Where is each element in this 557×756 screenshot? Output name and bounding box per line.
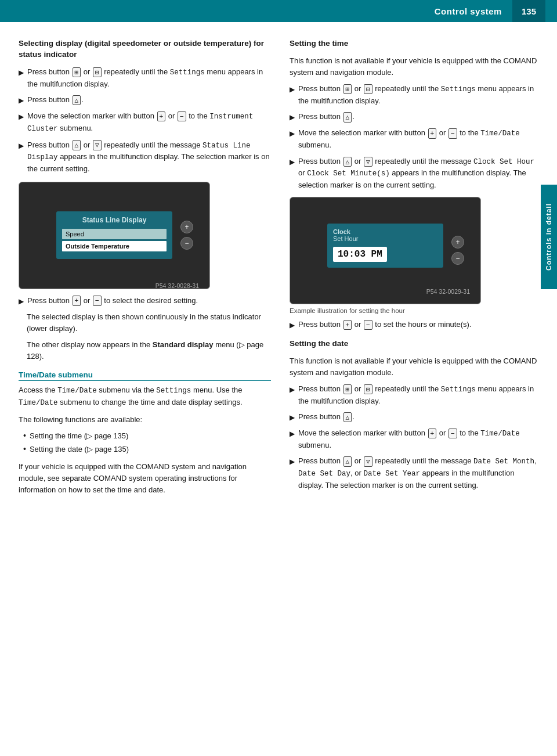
csh-time-value: 10:03 PM: [333, 247, 387, 262]
list-item: ▶ Move the selection marker with button …: [290, 127, 540, 150]
clock-set-hour-mono: Clock Set Hour: [473, 158, 534, 166]
settings-mono: Settings: [441, 85, 476, 93]
section-heading-selecting: Selecting display (digital speedometer o…: [19, 38, 271, 60]
time-date-submenu-mono: Time/Date: [480, 129, 520, 138]
header-title: Control system: [435, 6, 502, 16]
para-not-available-date: This function is not available if your v…: [290, 355, 540, 379]
dot-item-text: Setting the date (▷ page 135): [30, 444, 129, 455]
bullet-text: Press button ⊞ or ⊟ repeatedly until the…: [27, 66, 271, 89]
display-image-2: Clock Set Hour 10:03 PM + − P54 32-0029-…: [290, 197, 481, 304]
sld-plus-btn: +: [180, 221, 193, 233]
bullet-arrow-icon: ▶: [290, 84, 295, 95]
section-heading-time: Setting the time: [290, 38, 540, 49]
bullet-list-time: ▶ Press button ⊞ or ⊟ repeatedly until t…: [290, 83, 540, 191]
sld-minus-btn: −: [180, 237, 193, 250]
csh-caption: P54 32-0029-31: [298, 288, 470, 295]
bullet-arrow-icon: ▶: [290, 157, 295, 167]
list-item: ▶ Press button ⊞ or ⊟ repeatedly until t…: [19, 66, 271, 89]
settings-mono-2: Settings: [156, 387, 191, 395]
up-button-icon: △: [343, 456, 352, 466]
para-not-available-time: This function is not available if your v…: [290, 55, 540, 78]
header-bar: Control system 135: [0, 0, 557, 22]
sld-caption: P54 32-0028-31: [27, 282, 199, 289]
bullet-text: Press button △ or ▽ repeatedly until the…: [27, 139, 271, 175]
list-item: ▶ Press button + or − to select the desi…: [19, 295, 271, 307]
list-item: ▶ Press button + or − to set the hours o…: [290, 319, 540, 330]
plus-button-icon: +: [428, 429, 437, 438]
bullet-text: Move the selection marker with button + …: [298, 427, 540, 451]
bullet-text: Press button ⊞ or ⊟ repeatedly until the…: [298, 83, 540, 106]
up-button-icon: △: [73, 140, 81, 150]
settings2-button-icon: ⊟: [364, 384, 372, 394]
plus-button-icon: +: [343, 320, 352, 330]
plus-button-icon: +: [157, 111, 166, 121]
dot-list-item: • Setting the time (▷ page 135): [23, 430, 271, 442]
up-button-icon: △: [343, 412, 352, 422]
minus-button-icon: −: [93, 296, 102, 305]
up-button-icon: △: [343, 157, 352, 167]
date-set-month-mono: Date Set Month: [473, 458, 534, 466]
sld-item-speed: Speed: [62, 229, 167, 239]
minus-button-icon: −: [449, 128, 457, 138]
sld-title: Status Line Display: [62, 216, 167, 224]
date-set-year-mono: Date Set Year: [363, 470, 420, 478]
bullet-text: Press button △ or ▽ repeatedly until the…: [298, 455, 540, 491]
date-set-day-mono: Date Set Day: [298, 470, 350, 478]
bullet-arrow-icon: ▶: [19, 95, 24, 106]
bullet-arrow-icon: ▶: [290, 128, 295, 139]
plus-button-icon: +: [428, 128, 437, 138]
csh-plus-btn: +: [451, 236, 464, 249]
bullet-arrow-icon: ▶: [290, 412, 295, 423]
display-2-caption: Example illustration for setting the hou…: [290, 307, 540, 314]
section-time-date-submenu: Time/Date submenu Access the Time/Date s…: [19, 370, 271, 496]
section-setting-time: Setting the time This function is not av…: [290, 38, 540, 191]
bullet-text: Move the selection marker with button + …: [298, 127, 540, 150]
dot-item-text: Setting the time (▷ page 135): [30, 430, 128, 442]
bullet-arrow-icon: ▶: [290, 429, 295, 439]
settings2-button-icon: ⊟: [364, 84, 372, 94]
down-button-icon: ▽: [364, 157, 372, 167]
section-heading-date: Setting the date: [290, 339, 540, 350]
instrument-cluster-mono: InstrumentCluster: [27, 113, 253, 133]
bullet-text: Press button + or − to select the desire…: [27, 295, 271, 307]
bullet-text: Press button △.: [298, 411, 540, 423]
dot-bullet-icon: •: [23, 444, 26, 454]
clock-set-minute-mono: Clock Set Minute(s): [307, 170, 390, 178]
bullet-list-date: ▶ Press button ⊞ or ⊟ repeatedly until t…: [290, 383, 540, 491]
list-item: ▶ Press button △.: [19, 94, 271, 106]
bullet-arrow-icon: ▶: [19, 141, 24, 151]
list-item: ▶ Press button △ or ▽ repeatedly until t…: [290, 455, 540, 491]
bullet-arrow-icon: ▶: [290, 456, 295, 467]
dot-list-item: • Setting the date (▷ page 135): [23, 444, 271, 455]
time-date-mono: Time/Date: [57, 387, 97, 395]
bullet-text: Press button + or − to set the hours or …: [298, 319, 540, 330]
bullet-list-time-2: ▶ Press button + or − to set the hours o…: [290, 319, 540, 330]
bullet-text: Press button ⊞ or ⊟ repeatedly until the…: [298, 383, 540, 406]
bullet-text: Move the selection marker with button + …: [27, 110, 271, 135]
bullet-text: Press button △.: [27, 94, 271, 106]
display-image-1: Status Line Display Speed Outside Temper…: [19, 182, 210, 289]
list-item: ▶ Press button △.: [290, 111, 540, 123]
para-standard-display: The other display now appears in the Sta…: [19, 339, 271, 362]
bullet-text: Press button △.: [298, 111, 540, 123]
minus-button-icon: −: [449, 429, 457, 438]
bullet-arrow-icon: ▶: [19, 111, 24, 122]
dot-bullet-icon: •: [23, 430, 26, 441]
subsection-time-date-heading: Time/Date submenu: [19, 370, 271, 381]
right-column: Setting the time This function is not av…: [285, 38, 540, 501]
up-button-icon: △: [343, 112, 352, 122]
down-button-icon: ▽: [364, 456, 372, 466]
settings1-button-icon: ⊞: [343, 84, 352, 94]
standard-display-bold: Standard display: [153, 340, 214, 349]
csh-controls: + −: [451, 236, 464, 265]
settings-mono: Settings: [441, 386, 476, 394]
section-selecting-display: Selecting display (digital speedometer o…: [19, 38, 271, 175]
bullet-arrow-icon: ▶: [19, 296, 24, 307]
para-time-date-1: Access the Time/Date submenu via the Set…: [19, 384, 271, 409]
para-selected-display: The selected display is then shown conti…: [19, 311, 271, 334]
sld-inner-box: Status Line Display Speed Outside Temper…: [56, 211, 172, 259]
section-setting-date: Setting the date This function is not av…: [290, 339, 540, 491]
list-item: ▶ Press button △ or ▽ repeatedly until t…: [290, 156, 540, 191]
settings2-button-icon: ⊟: [93, 67, 102, 77]
bullet-list-selecting-2: ▶ Press button + or − to select the desi…: [19, 295, 271, 307]
